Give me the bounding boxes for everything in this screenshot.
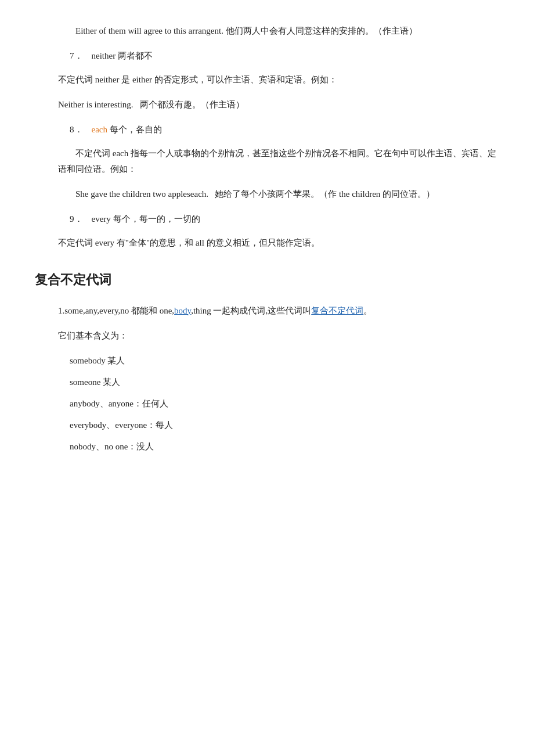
word-anybody: anybody、anyone：任何人 <box>70 399 168 408</box>
item-8-example: She gave the children two appleseach. 她给… <box>35 186 499 202</box>
list-item-somebody: somebody 某人 <box>35 353 499 369</box>
item-9-header: 9． every 每个，每一的，一切的 <box>35 211 499 227</box>
list-item-someone: someone 某人 <box>35 375 499 390</box>
list-item-everybody: everybody、everyone：每人 <box>35 417 499 433</box>
item-7-header: 7． neither 两者都不 <box>35 48 499 64</box>
item-8-desc: 不定代词 each 指每一个人或事物的个别情况，甚至指这些个别情况各不相同。它在… <box>35 146 499 177</box>
item-7-number: 7． <box>70 51 83 60</box>
item-7-example: Neither is interesting. 两个都没有趣。（作主语） <box>35 97 499 113</box>
word-someone: someone 某人 <box>70 377 120 387</box>
compound-text-after: ,thing 一起构成代词,这些代词叫 <box>191 306 311 315</box>
compound-text-before: 1.some,any,every,no 都能和 one, <box>58 306 174 315</box>
section-compound-title: 复合不定代词 <box>35 268 499 291</box>
item-9-desc: 不定代词 every 有"全体"的意思，和 all 的意义相近，但只能作定语。 <box>35 235 499 251</box>
item-8-header: 8． each 每个，各自的 <box>35 122 499 138</box>
compound-intro-line: 1.some,any,every,no 都能和 one,body,thing 一… <box>35 303 499 319</box>
paragraph-either-en: Either of them will agree to this arrang… <box>75 26 223 35</box>
compound-text-end: 。 <box>363 306 372 315</box>
item-8-number: 8． <box>70 125 83 134</box>
list-item-nobody: nobody、no one：没人 <box>35 439 499 455</box>
item-7-example-cn: 两个都没有趣。（作主语） <box>140 100 244 109</box>
item-8-example-en: She gave the children two appleseach. <box>75 189 208 199</box>
item-8-keyword: each <box>92 125 107 134</box>
item-7-description: 两者都不 <box>118 51 153 60</box>
item-7-example-en: Neither is interesting. <box>58 100 134 109</box>
item-8-example-cn: 她给了每个小孩两个苹果。（作 the children 的同位语。） <box>215 189 435 199</box>
item-7-keyword: neither <box>92 51 116 60</box>
item-9-description: 每个，每一的，一切的 <box>113 214 200 224</box>
compound-intro-text: 它们基本含义为： <box>35 328 499 344</box>
paragraph-either: Either of them will agree to this arrang… <box>35 23 499 39</box>
word-nobody: nobody、no one：没人 <box>70 442 154 451</box>
compound-link[interactable]: 复合不定代词 <box>311 306 363 315</box>
compound-keyword-body: body <box>174 306 191 315</box>
list-item-anybody: anybody、anyone：任何人 <box>35 396 499 412</box>
word-somebody: somebody 某人 <box>70 356 125 365</box>
item-9-number: 9． <box>70 214 83 224</box>
item-7-desc: 不定代词 neither 是 either 的否定形式，可以作主语、宾语和定语。… <box>35 72 499 88</box>
word-everybody: everybody、everyone：每人 <box>70 420 173 430</box>
item-9-keyword: every <box>92 214 111 224</box>
item-8-description: 每个，各自的 <box>110 125 162 134</box>
paragraph-either-cn: 他们两人中会有人同意这样的安排的。（作主语） <box>226 26 417 35</box>
